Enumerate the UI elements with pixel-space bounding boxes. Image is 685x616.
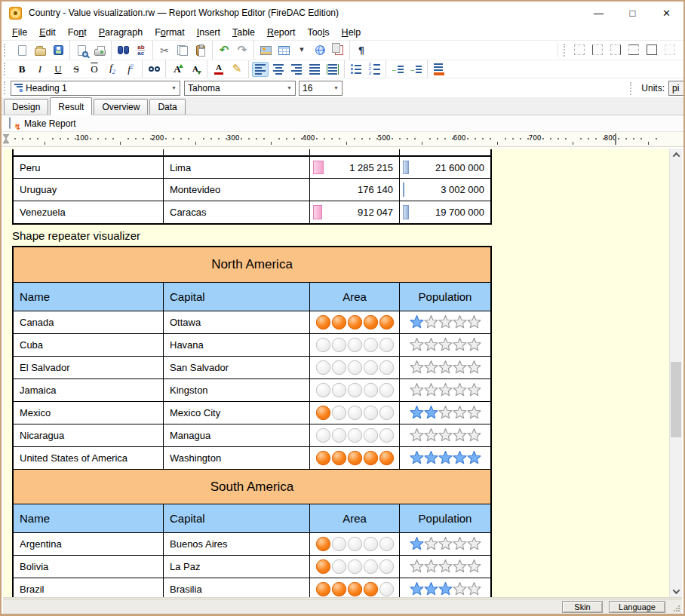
menu-font[interactable]: Font: [62, 26, 93, 39]
tab-data[interactable]: Data: [149, 99, 185, 115]
strikethrough-icon[interactable]: S: [68, 62, 84, 77]
font-name-combo[interactable]: Tahoma ▼: [184, 81, 296, 96]
ruler-tick: [369, 138, 370, 139]
menu-insert[interactable]: Insert: [191, 26, 226, 39]
hidden-text-icon[interactable]: [146, 62, 162, 77]
ruler-tick: [414, 138, 416, 139]
minimize-button[interactable]: —: [582, 2, 616, 24]
menu-file[interactable]: File: [6, 26, 33, 39]
toolbar-grip[interactable]: [4, 44, 8, 57]
document-area: PeruLima1 285 21521 600 000UruguayMontev…: [3, 149, 682, 597]
align-left-icon[interactable]: [252, 62, 269, 77]
subscript-icon[interactable]: f2: [104, 62, 121, 77]
menu-paragraph[interactable]: Paragraph: [93, 26, 149, 39]
bold-icon[interactable]: B: [14, 62, 30, 77]
shrink-font-icon[interactable]: A: [187, 62, 204, 77]
redo-icon[interactable]: ↷: [234, 43, 250, 58]
font-size-combo[interactable]: 16 ▼: [299, 81, 342, 96]
ruler-tick: [618, 138, 619, 139]
numbered-list-icon[interactable]: [366, 62, 382, 77]
insert-table-icon[interactable]: [275, 43, 292, 58]
open-document-icon[interactable]: [32, 43, 48, 58]
skin-button[interactable]: Skin: [562, 601, 603, 613]
increase-indent-icon[interactable]: →: [407, 62, 424, 77]
superscript-icon[interactable]: f2: [122, 62, 139, 77]
italic-icon[interactable]: I: [32, 62, 48, 77]
borders-all-icon[interactable]: [644, 42, 660, 57]
resize-grip[interactable]: [673, 605, 680, 611]
chevron-down-icon: ▼: [171, 85, 177, 90]
borders-inner-icon[interactable]: [662, 42, 678, 57]
menu-help[interactable]: Help: [336, 26, 367, 39]
menu-report[interactable]: Report: [261, 26, 302, 39]
tab-design[interactable]: Design: [4, 99, 48, 115]
borders-horizontal-icon[interactable]: [625, 42, 642, 57]
cut-icon[interactable]: ✂: [156, 43, 173, 58]
table-dropdown-icon[interactable]: ▼: [293, 43, 310, 58]
justify-icon[interactable]: [306, 62, 323, 77]
table-cell: [14, 149, 163, 155]
ruler-margin-marker[interactable]: [615, 133, 616, 145]
grow-font-icon[interactable]: A: [169, 62, 186, 77]
highlight-icon[interactable]: ✎: [229, 62, 245, 77]
make-report-button[interactable]: ↯ Make Report: [5, 117, 81, 130]
save-document-icon[interactable]: [50, 43, 66, 58]
ruler-cursor-marker[interactable]: [3, 134, 10, 144]
overline-icon[interactable]: O: [86, 62, 103, 77]
undo-icon[interactable]: ↶: [216, 43, 232, 58]
ruler-tick: [640, 138, 642, 139]
replace-icon[interactable]: abac: [133, 43, 149, 58]
font-color-icon[interactable]: A: [210, 62, 227, 77]
units-control: Units: pi: [628, 81, 683, 96]
scroll-down-button[interactable]: [670, 585, 682, 597]
borders-none-icon[interactable]: [571, 42, 588, 57]
tab-result[interactable]: Result: [50, 97, 92, 115]
insert-image-icon[interactable]: [257, 43, 274, 58]
language-button[interactable]: Language: [609, 601, 665, 613]
paste-icon[interactable]: [192, 43, 209, 58]
bullet-list-icon[interactable]: [348, 62, 364, 77]
tab-overview[interactable]: Overview: [94, 99, 148, 115]
pilcrow-icon[interactable]: ¶: [353, 43, 370, 58]
copy-icon[interactable]: [174, 43, 191, 58]
scroll-up-button[interactable]: [670, 149, 682, 161]
find-icon[interactable]: [115, 43, 131, 58]
paragraph-style-combo[interactable]: a Heading 1 ▼: [11, 81, 180, 96]
borders-left-icon[interactable]: [589, 42, 606, 57]
app-window: Country - Value visualization.rw — Repor…: [0, 0, 685, 616]
print-preview-icon[interactable]: [73, 43, 90, 58]
toolbar-grip[interactable]: [630, 82, 634, 95]
column-header: Area: [309, 283, 399, 311]
justify-full-icon[interactable]: [324, 62, 341, 77]
maximize-button[interactable]: □: [616, 2, 650, 24]
hyperlink-icon[interactable]: [312, 43, 328, 58]
table-row: BrazilBrasilia: [14, 578, 490, 597]
table-row: United States of AmericaWashington: [14, 446, 490, 469]
paragraph-background-icon[interactable]: [431, 62, 447, 77]
toolbar-grip[interactable]: [4, 81, 8, 94]
vertical-scrollbar[interactable]: [669, 149, 682, 597]
new-document-icon[interactable]: [14, 43, 30, 58]
print-icon[interactable]: [91, 43, 108, 58]
toolbar-grip[interactable]: [564, 44, 567, 57]
decrease-indent-icon[interactable]: ←: [389, 62, 406, 77]
toolbar-grip[interactable]: [4, 63, 8, 75]
menu-tools[interactable]: Tools: [301, 26, 335, 39]
align-center-icon[interactable]: [270, 62, 287, 77]
table-row: VenezuelaCaracas912 04719 700 000: [14, 201, 490, 223]
align-right-icon[interactable]: [288, 62, 305, 77]
capital-cell: Kingston: [163, 379, 309, 401]
menu-format[interactable]: Format: [149, 26, 191, 39]
menu-table[interactable]: Table: [226, 26, 261, 39]
table-cell: [163, 149, 309, 155]
units-combo[interactable]: pi: [668, 81, 683, 96]
special-copy-icon[interactable]: [330, 43, 346, 58]
ruler-number: 500: [377, 134, 390, 142]
menu-edit[interactable]: Edit: [33, 26, 62, 39]
borders-right-icon[interactable]: [607, 42, 624, 57]
units-value: pi: [672, 83, 683, 93]
area-rating-cell: [309, 447, 399, 469]
scrollbar-thumb[interactable]: [671, 362, 681, 437]
underline-icon[interactable]: U: [50, 62, 66, 77]
close-button[interactable]: ✕: [650, 2, 683, 24]
